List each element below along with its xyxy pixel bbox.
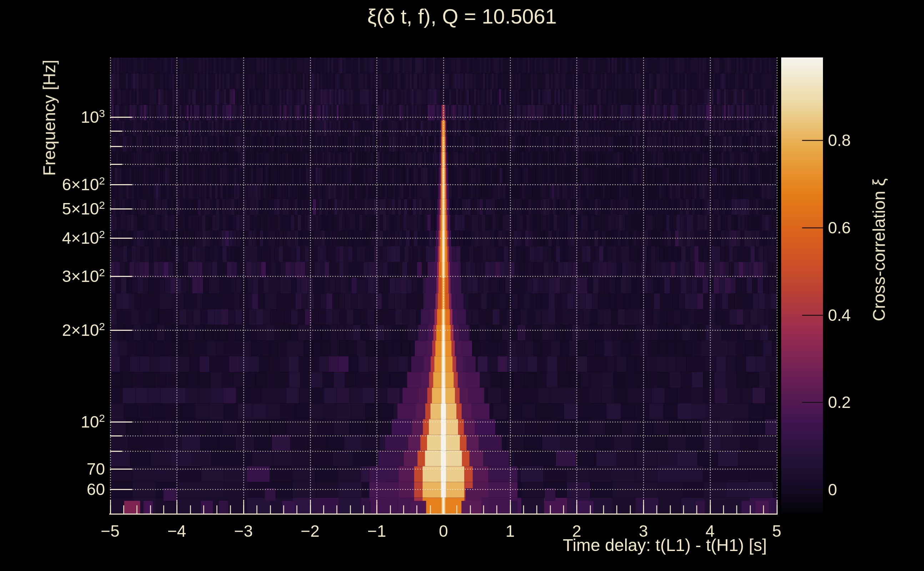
colorbar-tick-label: 0.2 bbox=[828, 393, 851, 412]
y-tick-label: 3×102 bbox=[62, 267, 105, 286]
y-tick-label: 102 bbox=[81, 412, 105, 431]
y-tick-label: 60 bbox=[87, 480, 105, 499]
colorbar-tick-label: 0.6 bbox=[828, 218, 851, 237]
y-tick-label: 70 bbox=[87, 459, 105, 478]
x-tick-label: 5 bbox=[772, 522, 782, 541]
y-tick-label: 6×102 bbox=[62, 175, 105, 194]
heatmap-canvas bbox=[0, 0, 924, 571]
x-tick-label: 3 bbox=[639, 522, 648, 541]
y-axis-title: Frequency [Hz] bbox=[40, 60, 59, 176]
y-tick-label: 5×102 bbox=[62, 199, 105, 218]
x-tick-label: −4 bbox=[167, 522, 186, 541]
y-tick-label: 103 bbox=[81, 107, 105, 127]
x-tick-label: 1 bbox=[505, 522, 515, 541]
colorbar-tick-label: 0.8 bbox=[828, 131, 851, 150]
x-tick-label: 4 bbox=[706, 522, 715, 541]
x-tick-label: −3 bbox=[234, 522, 253, 541]
colorbar-tick-label: 0.4 bbox=[828, 306, 851, 325]
colorbar-title: Cross-correlation ξ bbox=[869, 178, 889, 321]
figure: ξ(δ t, f), Q = 10.5061 Frequency [Hz] Ti… bbox=[0, 0, 924, 571]
chart-title: ξ(δ t, f), Q = 10.5061 bbox=[0, 4, 924, 28]
x-tick-label: −1 bbox=[368, 522, 386, 541]
x-tick-label: −2 bbox=[301, 522, 319, 541]
x-axis-title: Time delay: t(L1) - t(H1) [s] bbox=[563, 536, 767, 555]
x-tick-label: 2 bbox=[572, 522, 582, 541]
y-tick-label: 4×102 bbox=[62, 228, 105, 248]
x-tick-label: −5 bbox=[101, 522, 119, 541]
y-tick-label: 2×102 bbox=[62, 320, 105, 340]
colorbar-tick-label: 0 bbox=[828, 480, 837, 499]
x-tick-label: 0 bbox=[439, 522, 448, 541]
